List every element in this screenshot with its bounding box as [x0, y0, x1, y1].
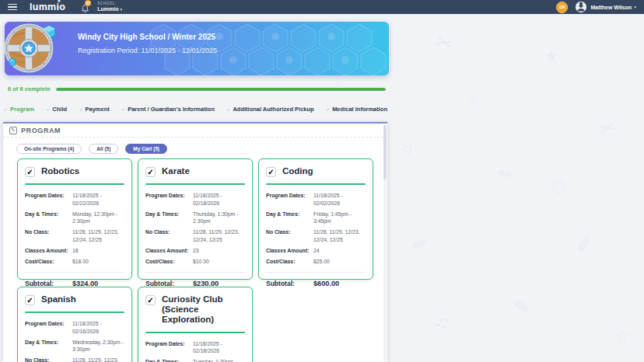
- no-class-label: No Class:: [145, 228, 193, 243]
- day-times-label: Day & Times:: [25, 339, 72, 353]
- day-times-label: Day & Times:: [25, 211, 72, 225]
- check-icon: ✓: [46, 106, 50, 112]
- program-panel: ✎ PROGRAM On-site Programs (4) All (5) M…: [3, 122, 387, 362]
- card-divider: [25, 312, 124, 313]
- card-divider: [266, 183, 366, 185]
- progress-label: 6 of 6 complete: [8, 85, 51, 92]
- scrollbar-thumb[interactable]: [383, 125, 387, 179]
- card-divider: [145, 332, 245, 333]
- logo-spark-icon: ✷: [58, 0, 61, 3]
- day-times-value: Monday, 12:30pm - 2:30pm: [72, 211, 124, 225]
- check-icon: ✓: [326, 106, 330, 112]
- program-dates-label: Program Dates:: [266, 192, 313, 207]
- program-dates-label: Program Dates:: [145, 192, 193, 207]
- progress-bar: [56, 88, 386, 91]
- program-dates-label: Program Dates:: [25, 320, 72, 335]
- top-navigation-bar: lummio ✷ 95 SCHOOL: Lummio ▾ 13K Matthew…: [0, 0, 644, 14]
- card-divider: [25, 183, 124, 185]
- filter-onsite-programs[interactable]: On-site Programs (4): [16, 144, 82, 154]
- chevron-down-icon: ▾: [120, 7, 122, 12]
- program-card-curiosity-club: ✓ Curiosity Club (Science Exploration) P…: [138, 287, 253, 362]
- user-menu[interactable]: Matthew Wilson: [590, 5, 632, 10]
- curiosity-club-checkbox[interactable]: ✓: [145, 295, 156, 305]
- no-class-value: 11/28, 11/29, 12/23, 12/24, 12/25: [193, 228, 245, 243]
- day-times-value: Wednesday, 2:30pm - 3:30pm: [72, 339, 124, 353]
- program-title: Curiosity Club (Science Exploration): [162, 294, 245, 325]
- cost-class-label: Cost/Class:: [25, 258, 72, 266]
- school-value: Lummio: [97, 6, 118, 12]
- no-class-label: No Class:: [25, 357, 72, 362]
- program-dates-value: 11/18/2025 - 02/16/2026: [72, 320, 124, 335]
- filter-all[interactable]: All (5): [89, 144, 118, 154]
- step-child[interactable]: ✓ Child: [46, 106, 67, 113]
- program-dates-label: Program Dates:: [145, 340, 193, 355]
- no-class-value: 11/28, 11/29, 12/23, 12/24, 12/25: [313, 228, 366, 243]
- step-additional-authorized-pickup[interactable]: ✓ Additional Authorized Pickup: [226, 106, 313, 113]
- step-parent-guardian-information[interactable]: ✓ Parent / Guardian's Information: [121, 106, 215, 113]
- program-card-spanish: ✓ Spanish Program Dates: 11/18/2025 - 02…: [17, 287, 132, 362]
- day-times-value: Friday, 1:45pm - 3:45pm: [313, 211, 366, 225]
- no-class-value: 11/28, 11/29, 12/23, 12/24, 12/25: [72, 357, 124, 362]
- cost-class-label: Cost/Class:: [266, 258, 313, 266]
- card-divider: [145, 183, 245, 185]
- subtotal-value: $600.00: [313, 280, 366, 287]
- registration-progress: 6 of 6 complete: [8, 85, 386, 92]
- day-times-label: Day & Times:: [145, 211, 193, 225]
- check-icon: ✓: [121, 106, 125, 112]
- cost-class-label: Cost/Class:: [145, 258, 193, 266]
- program-dates-value: 11/18/2025 - 02/18/2026: [193, 192, 245, 207]
- spanish-checkbox[interactable]: ✓: [25, 295, 35, 305]
- program-title: Spanish: [41, 294, 76, 305]
- user-avatar[interactable]: [576, 2, 586, 12]
- points-badge[interactable]: 13K: [556, 2, 568, 13]
- program-dates-label: Program Dates:: [25, 192, 72, 207]
- panel-scrollbar[interactable]: [383, 125, 387, 362]
- progress-bar-fill: [56, 88, 386, 91]
- program-section-header: ✎ PROGRAM: [3, 124, 387, 137]
- day-times-value: Thursday, 1:30pm - 2:30pm: [193, 211, 245, 225]
- program-dates-value: 11/18/2025 - 02/02/2026: [313, 192, 366, 207]
- edit-icon[interactable]: ✎: [9, 127, 17, 134]
- school-selector[interactable]: SCHOOL: Lummio ▾: [97, 2, 122, 12]
- cost-class-value: $18.00: [72, 258, 124, 266]
- classes-amount-value: 18: [72, 247, 124, 255]
- shield-icon: [2, 21, 58, 76]
- program-title: Coding: [282, 166, 313, 176]
- step-medical-information[interactable]: ✓ Medical Information: [326, 106, 387, 113]
- app-logo[interactable]: lummio ✷: [30, 2, 65, 12]
- notifications-bell[interactable]: 95: [81, 2, 90, 12]
- banner-title: Windy City High School / Winter 2025: [78, 33, 215, 41]
- program-card-robotics: ✓ Robotics Program Dates: 11/18/2025 - 0…: [17, 158, 132, 280]
- day-times-label: Day & Times:: [145, 358, 193, 362]
- no-class-value: 11/28, 11/29, 12/23, 12/24, 12/25: [72, 228, 124, 243]
- coding-checkbox[interactable]: ✓: [266, 167, 276, 177]
- filter-my-cart[interactable]: My Cart (5): [125, 144, 167, 154]
- avatar-person-icon: [576, 2, 586, 12]
- classes-amount-label: Classes Amount:: [266, 247, 313, 255]
- program-title: Karate: [162, 166, 190, 176]
- program-dates-value: 11/18/2025 - 02/22/2026: [72, 192, 124, 207]
- section-title: PROGRAM: [21, 127, 61, 134]
- user-chevron-down-icon[interactable]: ▾: [634, 5, 636, 9]
- app-logo-text: lummio: [30, 2, 65, 12]
- cost-class-value: $10.00: [193, 258, 245, 266]
- classes-amount-value: 23: [193, 247, 245, 255]
- program-card-karate: ✓ Karate Program Dates: 11/18/2025 - 02/…: [138, 158, 253, 280]
- hamburger-menu-icon[interactable]: [8, 2, 17, 12]
- program-card-coding: ✓ Coding Program Dates: 11/18/2025 - 02/…: [258, 158, 373, 280]
- classes-amount-value: 24: [313, 247, 366, 255]
- notification-count-badge: 95: [85, 0, 91, 6]
- step-payment[interactable]: ✓ Payment: [79, 106, 109, 113]
- registration-steps-nav: ✓ Program ✓ Child ✓ Payment ✓ Parent / G…: [4, 106, 387, 113]
- program-filters: On-site Programs (4) All (5) My Cart (5): [3, 137, 387, 154]
- day-times-value: Tuesday, 1:30pm - 2:30pm: [193, 358, 245, 362]
- check-icon: ✓: [4, 106, 8, 112]
- robotics-checkbox[interactable]: ✓: [25, 167, 35, 177]
- cost-class-value: $25.00: [313, 258, 366, 266]
- program-title: Robotics: [41, 166, 79, 176]
- karate-checkbox[interactable]: ✓: [145, 167, 156, 177]
- check-icon: ✓: [226, 106, 230, 112]
- banner-registration-period: Registration Period: 11/01/2025 - 12/01/…: [78, 47, 217, 54]
- no-class-label: No Class:: [266, 228, 313, 243]
- step-program[interactable]: ✓ Program: [4, 106, 34, 113]
